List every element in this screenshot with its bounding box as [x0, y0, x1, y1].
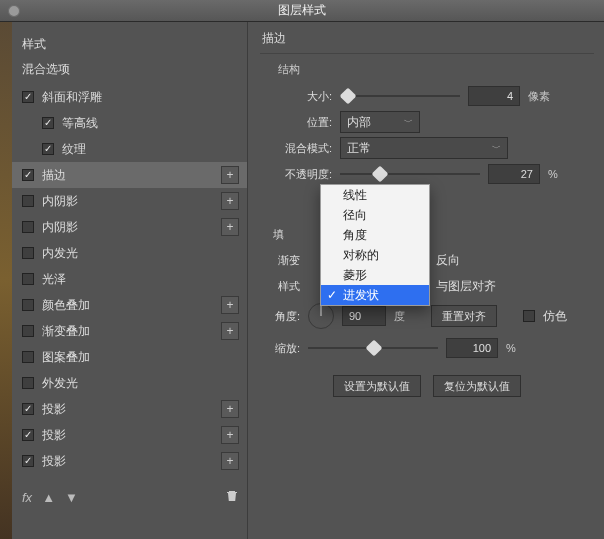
opacity-slider[interactable]	[340, 167, 480, 181]
opacity-unit: %	[548, 168, 558, 180]
opacity-input[interactable]: 27	[488, 164, 540, 184]
styles-header[interactable]: 样式	[12, 28, 247, 59]
style-item-label: 内阴影	[42, 193, 221, 210]
scale-label: 缩放:	[260, 341, 300, 356]
gradient-label: 渐变	[260, 253, 300, 268]
add-effect-button[interactable]: +	[221, 166, 239, 184]
style-item-5[interactable]: 内阴影+	[12, 214, 247, 240]
titlebar: 图层样式	[0, 0, 604, 22]
move-up-icon[interactable]: ▲	[42, 490, 55, 505]
dither-label: 仿色	[543, 308, 567, 325]
style-checkbox[interactable]	[22, 299, 34, 311]
menu-item-2[interactable]: 角度	[321, 225, 429, 245]
add-effect-button[interactable]: +	[221, 322, 239, 340]
styles-sidebar: 样式 混合选项 斜面和浮雕等高线纹理描边+内阴影+内阴影+内发光光泽颜色叠加+渐…	[12, 22, 248, 539]
menu-item-label: 角度	[343, 227, 367, 244]
right-edge	[592, 64, 604, 539]
style-dropdown-menu[interactable]: 线性径向角度对称的菱形✓进发状	[320, 184, 430, 306]
style-checkbox[interactable]	[22, 403, 34, 415]
add-effect-button[interactable]: +	[221, 426, 239, 444]
menu-item-0[interactable]: 线性	[321, 185, 429, 205]
style-item-label: 斜面和浮雕	[42, 89, 239, 106]
style-item-9[interactable]: 渐变叠加+	[12, 318, 247, 344]
opacity-label: 不透明度:	[270, 167, 332, 182]
style-item-label: 内阴影	[42, 219, 221, 236]
menu-item-4[interactable]: 菱形	[321, 265, 429, 285]
blendmode-label: 混合模式:	[270, 141, 332, 156]
menu-item-5[interactable]: ✓进发状	[321, 285, 429, 305]
style-item-label: 光泽	[42, 271, 239, 288]
reverse-label: 反向	[436, 252, 460, 269]
style-item-label: 描边	[42, 167, 221, 184]
position-select[interactable]: 内部 ﹀	[340, 111, 420, 133]
menu-item-3[interactable]: 对称的	[321, 245, 429, 265]
angle-input[interactable]: 90	[342, 306, 386, 326]
style-item-1[interactable]: 等高线	[12, 110, 247, 136]
add-effect-button[interactable]: +	[221, 296, 239, 314]
blend-options-header[interactable]: 混合选项	[12, 59, 247, 84]
style-item-4[interactable]: 内阴影+	[12, 188, 247, 214]
style-checkbox[interactable]	[22, 91, 34, 103]
dither-checkbox[interactable]	[523, 310, 535, 322]
style-item-label: 图案叠加	[42, 349, 239, 366]
fill-legend: 填	[264, 227, 284, 242]
size-input[interactable]: 4	[468, 86, 520, 106]
style-item-13[interactable]: 投影+	[12, 422, 247, 448]
blendmode-select[interactable]: 正常 ﹀	[340, 137, 508, 159]
style-item-label: 投影	[42, 401, 221, 418]
position-label: 位置:	[270, 115, 332, 130]
size-label: 大小:	[270, 89, 332, 104]
style-checkbox[interactable]	[22, 247, 34, 259]
fx-label[interactable]: fx	[22, 490, 32, 505]
menu-item-label: 线性	[343, 187, 367, 204]
chevron-down-icon: ﹀	[404, 116, 413, 129]
style-checkbox[interactable]	[22, 195, 34, 207]
reset-default-button[interactable]: 复位为默认值	[433, 375, 521, 397]
background-strip	[0, 20, 12, 539]
scale-input[interactable]: 100	[446, 338, 498, 358]
style-item-8[interactable]: 颜色叠加+	[12, 292, 247, 318]
add-effect-button[interactable]: +	[221, 400, 239, 418]
add-effect-button[interactable]: +	[221, 452, 239, 470]
style-checkbox[interactable]	[22, 377, 34, 389]
trash-icon[interactable]	[225, 489, 239, 506]
style-checkbox[interactable]	[42, 143, 54, 155]
menu-item-label: 菱形	[343, 267, 367, 284]
menu-item-1[interactable]: 径向	[321, 205, 429, 225]
scale-slider[interactable]	[308, 341, 438, 355]
style-checkbox[interactable]	[22, 325, 34, 337]
move-down-icon[interactable]: ▼	[65, 490, 78, 505]
style-checkbox[interactable]	[42, 117, 54, 129]
style-item-0[interactable]: 斜面和浮雕	[12, 84, 247, 110]
set-default-button[interactable]: 设置为默认值	[333, 375, 421, 397]
position-value: 内部	[347, 114, 371, 131]
style-item-label: 等高线	[62, 115, 239, 132]
style-item-12[interactable]: 投影+	[12, 396, 247, 422]
style-item-label: 外发光	[42, 375, 239, 392]
style-checkbox[interactable]	[22, 455, 34, 467]
style-item-6[interactable]: 内发光	[12, 240, 247, 266]
style-item-label: 颜色叠加	[42, 297, 221, 314]
style-checkbox[interactable]	[22, 429, 34, 441]
style-checkbox[interactable]	[22, 273, 34, 285]
style-item-2[interactable]: 纹理	[12, 136, 247, 162]
style-item-label: 投影	[42, 427, 221, 444]
style-checkbox[interactable]	[22, 169, 34, 181]
blendmode-value: 正常	[347, 140, 371, 157]
reset-align-button[interactable]: 重置对齐	[431, 305, 497, 327]
style-checkbox[interactable]	[22, 351, 34, 363]
style-item-7[interactable]: 光泽	[12, 266, 247, 292]
style-item-label: 渐变叠加	[42, 323, 221, 340]
style-item-11[interactable]: 外发光	[12, 370, 247, 396]
dialog-title: 图层样式	[0, 2, 604, 19]
style-item-3[interactable]: 描边+	[12, 162, 247, 188]
style-item-10[interactable]: 图案叠加	[12, 344, 247, 370]
fx-toolbar: fx ▲ ▼	[12, 482, 247, 512]
size-unit: 像素	[528, 89, 550, 104]
style-item-14[interactable]: 投影+	[12, 448, 247, 474]
add-effect-button[interactable]: +	[221, 192, 239, 210]
add-effect-button[interactable]: +	[221, 218, 239, 236]
style-checkbox[interactable]	[22, 221, 34, 233]
angle-dial[interactable]	[308, 303, 334, 329]
size-slider[interactable]	[340, 89, 460, 103]
